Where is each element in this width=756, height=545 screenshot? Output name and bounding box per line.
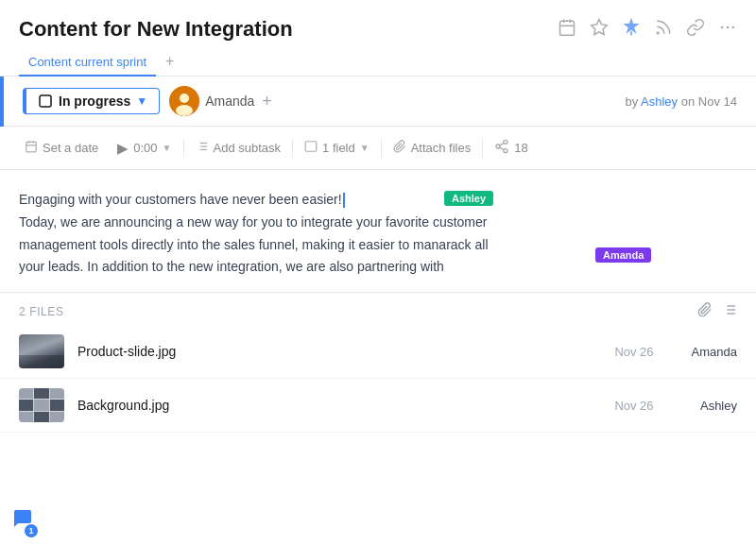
notification-badge[interactable]: 1 (11, 507, 34, 534)
files-icons (697, 302, 737, 321)
rss-icon[interactable] (654, 18, 673, 42)
thumb-cell (50, 400, 64, 410)
status-right: by Ashley on Nov 14 (625, 94, 737, 109)
thumb-cell (19, 412, 33, 422)
svg-point-25 (504, 140, 507, 144)
svg-point-9 (732, 26, 735, 28)
file-name-1: Product-slide.jpg (77, 344, 588, 359)
field-button[interactable]: 1 field ▼ (295, 135, 379, 161)
by-label: by (625, 94, 641, 109)
set-date-button[interactable]: Set a date (15, 135, 108, 161)
file-row[interactable]: Background.jpg Nov 26 Ashley (0, 379, 756, 433)
text-cursor (343, 193, 345, 208)
star-icon[interactable] (590, 18, 609, 42)
grid-thumb (19, 388, 64, 422)
attach-files-button[interactable]: Attach files (384, 135, 481, 161)
content-line-3: management tools directly into the sales… (19, 237, 446, 252)
notification-area: 1 (11, 507, 34, 534)
content-line-1: Engaging with your customers have never … (19, 192, 342, 207)
attach-files-label: Attach files (411, 141, 472, 155)
thumb-cell (19, 400, 33, 410)
svg-point-7 (721, 26, 724, 28)
file-date-1: Nov 26 (601, 345, 667, 359)
svg-point-6 (657, 32, 659, 34)
tabs: Content current sprint + (0, 49, 756, 77)
avatar (169, 86, 199, 116)
svg-point-26 (496, 145, 500, 148)
svg-marker-4 (592, 19, 608, 34)
mention-badge-amanda: Amanda (595, 247, 651, 263)
notification-count: 1 (25, 524, 38, 537)
status-square-icon (38, 94, 53, 109)
pin-icon[interactable] (622, 18, 641, 42)
add-subtask-button[interactable]: Add subtask (186, 135, 291, 161)
toolbar-sep-1 (183, 139, 184, 158)
toolbar-sep-4 (482, 139, 483, 158)
status-badge[interactable]: In progress ▼ (23, 88, 160, 114)
status-label: In progress (59, 94, 130, 109)
file-name-2: Background.jpg (77, 398, 588, 413)
toolbar-sep-2 (292, 139, 293, 158)
files-header: 2 FILES (0, 293, 756, 325)
more-icon[interactable] (718, 18, 737, 42)
thumb-cell (19, 388, 33, 399)
landscape-thumb (19, 334, 64, 368)
svg-rect-14 (26, 142, 37, 152)
field-label: 1 field (322, 141, 355, 155)
toolbar: Set a date ▶ 0:00 ▼ Add subtask 1 field … (0, 127, 756, 170)
svg-rect-24 (305, 142, 317, 152)
file-row[interactable]: Product-slide.jpg Nov 26 Amanda (0, 325, 756, 379)
share-icon (494, 139, 509, 157)
thumb-cell (50, 412, 64, 422)
status-left: In progress ▼ Amanda + (23, 86, 272, 116)
content-text[interactable]: Engaging with your customers have never … (19, 189, 737, 279)
calendar-icon[interactable] (558, 18, 576, 42)
svg-rect-10 (40, 95, 51, 107)
thumb-cell (34, 412, 48, 422)
duration-arrow: ▼ (163, 143, 172, 153)
page-title: Content for New Integration (19, 17, 293, 42)
assignee-add-button[interactable]: + (262, 92, 272, 111)
tab-content-sprint[interactable]: Content current sprint (19, 49, 156, 77)
calendar-small-icon (25, 140, 38, 156)
svg-rect-0 (560, 21, 575, 35)
share-button[interactable]: 18 (485, 134, 537, 162)
file-uploader-2: Ashley (680, 399, 737, 413)
svg-point-8 (727, 26, 730, 28)
content-line-2: Today, we are announcing a new way for y… (19, 214, 487, 230)
duration-value: 0:00 (133, 141, 157, 155)
paperclip-icon (393, 140, 406, 156)
share-count: 18 (514, 141, 527, 155)
tab-add-button[interactable]: + (160, 49, 180, 76)
header: Content for New Integration (0, 0, 756, 49)
assignee-name: Amanda (205, 94, 254, 109)
avatar-image (169, 86, 199, 116)
status-bar-wrapper: In progress ▼ Amanda + by Ashley on Nov … (0, 77, 756, 127)
content-area[interactable]: Ashley Amanda Engaging with your custome… (0, 170, 756, 293)
field-icon (304, 140, 318, 156)
content-line-3b: rack all (446, 237, 488, 252)
svg-line-28 (500, 147, 505, 150)
files-count-label: 2 FILES (19, 305, 64, 318)
svg-point-27 (504, 149, 507, 153)
add-subtask-label: Add subtask (214, 141, 282, 155)
file-thumbnail-1 (19, 334, 64, 368)
field-arrow: ▼ (360, 143, 369, 153)
header-icons (558, 18, 737, 42)
link-icon[interactable] (686, 18, 705, 42)
duration-button[interactable]: ▶ 0:00 ▼ (108, 135, 180, 162)
set-date-label: Set a date (43, 141, 98, 155)
thumb-cell (34, 388, 48, 399)
list-icon[interactable] (722, 302, 737, 321)
file-thumbnail-2 (19, 388, 64, 422)
file-uploader-1: Amanda (680, 345, 737, 359)
status-date: Nov 14 (698, 94, 737, 109)
svg-point-13 (176, 105, 193, 116)
status-bar: In progress ▼ Amanda + by Ashley on Nov … (4, 77, 756, 127)
attach-icon-small[interactable] (697, 302, 713, 321)
thumb-cell (34, 400, 48, 410)
chevron-down-icon: ▼ (136, 94, 147, 108)
svg-line-29 (500, 143, 505, 145)
author-link[interactable]: Ashley (641, 94, 678, 109)
content-line-4: your leads. In addition to the new integ… (19, 259, 444, 274)
